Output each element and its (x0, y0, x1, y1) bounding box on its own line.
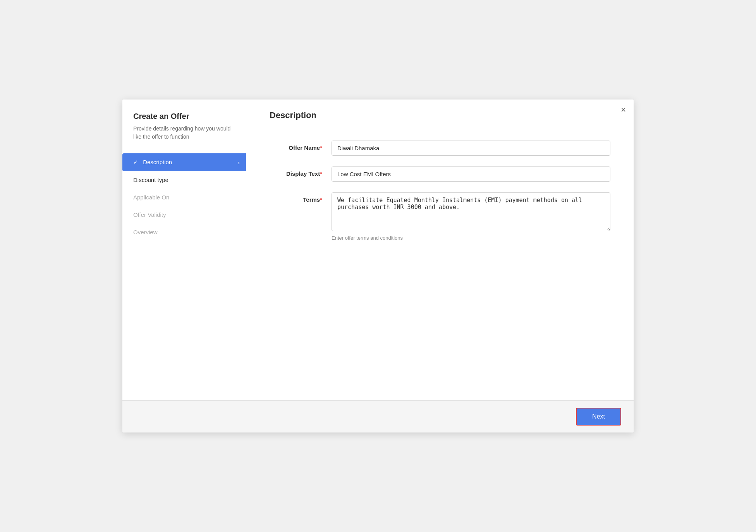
sidebar-item-label-offer-validity: Offer Validity (133, 211, 166, 218)
next-button[interactable]: Next (576, 408, 621, 426)
sidebar-item-description[interactable]: ✓ Description › (122, 153, 246, 171)
main-header: Description (246, 100, 634, 128)
sidebar-item-overview: Overview (133, 223, 246, 241)
form-area: Offer Name* Display Text* (246, 128, 634, 400)
terms-label: Terms* (270, 192, 332, 203)
display-text-row: Display Text* (270, 166, 610, 182)
display-text-input[interactable] (332, 166, 610, 182)
sidebar-item-applicable-on: Applicable On (133, 189, 246, 206)
arrow-icon: › (238, 159, 240, 166)
sidebar-subtitle: Provide details regarding how you would … (133, 125, 246, 141)
modal: × Create an Offer Provide details regard… (122, 100, 634, 432)
offer-name-row: Offer Name* (270, 141, 610, 156)
close-button[interactable]: × (621, 106, 626, 114)
main-content: Description Offer Name* Display Text* (246, 100, 634, 400)
terms-field: We facilitate Equated Monthly Instalment… (332, 192, 610, 241)
display-text-field (332, 166, 610, 182)
terms-hint: Enter offer terms and conditions (332, 235, 610, 241)
sidebar-item-label-description: Description (143, 159, 172, 165)
sidebar-nav: ✓ Description › Discount type Applicable… (133, 153, 246, 241)
sidebar-item-label-applicable-on: Applicable On (133, 194, 169, 201)
offer-name-field (332, 141, 610, 156)
modal-body: Create an Offer Provide details regardin… (122, 100, 634, 400)
display-text-required: * (320, 170, 322, 177)
terms-row: Terms* We facilitate Equated Monthly Ins… (270, 192, 610, 241)
sidebar-item-discount-type[interactable]: Discount type (133, 171, 246, 189)
check-icon: ✓ (133, 159, 138, 165)
offer-name-label: Offer Name* (270, 141, 332, 151)
sidebar-item-label-overview: Overview (133, 229, 158, 235)
sidebar-item-offer-validity: Offer Validity (133, 206, 246, 223)
sidebar: Create an Offer Provide details regardin… (122, 100, 246, 400)
terms-textarea[interactable]: We facilitate Equated Monthly Instalment… (332, 192, 610, 231)
terms-required: * (320, 196, 322, 203)
modal-footer: Next (122, 400, 634, 432)
sidebar-item-label-discount-type: Discount type (133, 177, 168, 183)
section-title: Description (270, 110, 610, 120)
display-text-label: Display Text* (270, 166, 332, 177)
sidebar-title: Create an Offer (133, 112, 246, 121)
offer-name-input[interactable] (332, 141, 610, 156)
offer-name-required: * (320, 144, 322, 151)
